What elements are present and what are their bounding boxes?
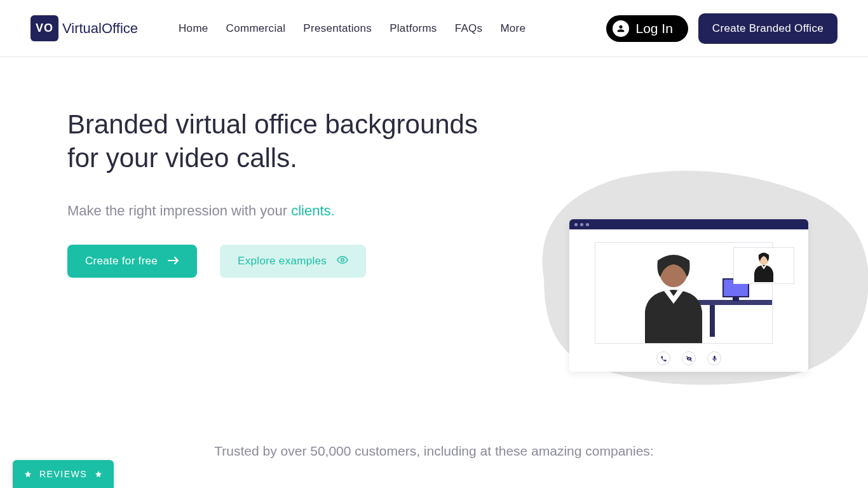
person-pip-illustration [750, 252, 777, 282]
hero-subtitle: Make the right impression with your clie… [67, 203, 480, 219]
hero-subtitle-prefix: Make the right impression with your [67, 203, 291, 219]
hero-section: Branded virtual office backgrounds for y… [0, 57, 868, 278]
nav-commercial[interactable]: Commercial [226, 22, 286, 35]
video-call-window [569, 219, 808, 372]
nav-home[interactable]: Home [179, 22, 208, 35]
star-icon [95, 470, 102, 478]
hero-content: Branded virtual office backgrounds for y… [67, 108, 480, 278]
star-icon [24, 470, 32, 478]
create-free-label: Create for free [85, 255, 158, 268]
monitor-stand-illustration [733, 297, 739, 301]
arrow-right-icon [168, 255, 179, 268]
user-icon [613, 20, 629, 37]
reviews-label: REVIEWS [39, 469, 87, 479]
trusted-section: Trusted by over 50,000 customers, includ… [0, 444, 868, 459]
hero-illustration [493, 152, 868, 394]
logo-badge: VO [31, 15, 58, 41]
phone-icon [656, 351, 670, 365]
microphone-icon [707, 351, 721, 365]
site-header: VO VirtualOffice Home Commercial Present… [0, 0, 868, 57]
nav-presentations[interactable]: Presentations [303, 22, 372, 35]
hero-buttons: Create for free Explore examples [67, 245, 480, 278]
login-button[interactable]: Log In [606, 15, 688, 42]
eye-icon [337, 255, 348, 268]
create-free-button[interactable]: Create for free [67, 245, 197, 278]
video-pip-frame [733, 247, 794, 284]
eye-off-icon [682, 351, 696, 365]
login-label: Log In [635, 21, 672, 36]
hero-title: Branded virtual office backgrounds for y… [67, 108, 480, 175]
explore-examples-button[interactable]: Explore examples [220, 245, 366, 278]
nav-more[interactable]: More [500, 22, 526, 35]
window-dot-icon [574, 223, 578, 226]
explore-examples-label: Explore examples [238, 255, 327, 268]
video-call-body [569, 229, 808, 372]
main-nav: Home Commercial Presentations Platforms … [179, 22, 526, 35]
window-dot-icon [580, 223, 583, 226]
create-branded-office-button[interactable]: Create Branded Office [698, 13, 837, 44]
nav-platforms[interactable]: Platforms [390, 22, 437, 35]
nav-faqs[interactable]: FAQs [455, 22, 483, 35]
svg-point-0 [341, 259, 344, 262]
logo-text: VirtualOffice [62, 20, 138, 37]
logo[interactable]: VO VirtualOffice [31, 15, 138, 41]
video-controls [656, 351, 721, 365]
reviews-badge[interactable]: REVIEWS [13, 460, 114, 488]
window-titlebar [569, 219, 808, 229]
hero-subtitle-accent: clients. [291, 203, 334, 219]
header-actions: Log In Create Branded Office [606, 13, 837, 44]
window-dot-icon [586, 223, 589, 226]
person-main-illustration [632, 254, 715, 343]
trusted-text: Trusted by over 50,000 customers, includ… [0, 444, 868, 459]
